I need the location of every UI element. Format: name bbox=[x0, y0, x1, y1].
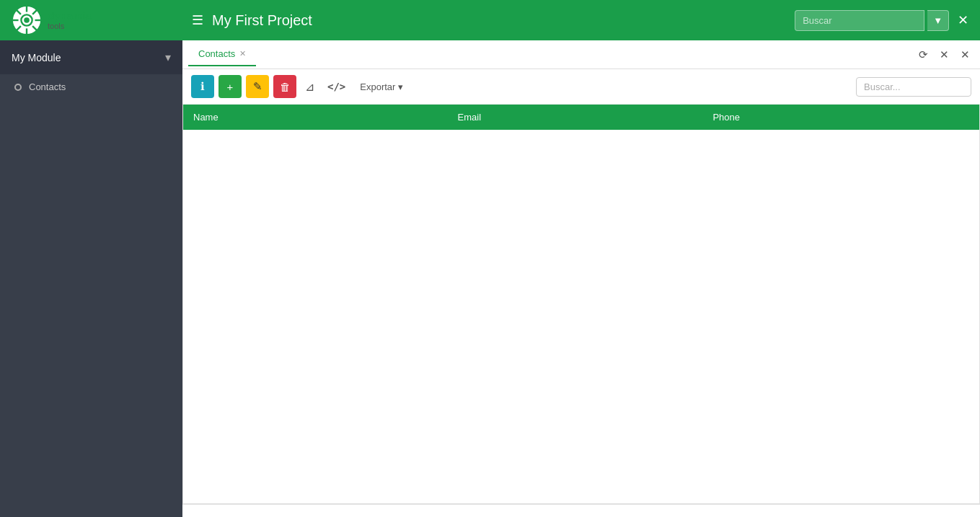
filter-button[interactable]: ⊿ bbox=[301, 77, 319, 97]
col-name: Name bbox=[183, 105, 448, 130]
bottom-bar bbox=[182, 504, 980, 517]
sidebar-module[interactable]: My Module ▾ bbox=[0, 40, 182, 74]
logo-icon bbox=[12, 5, 42, 35]
sidebar-item-contacts-label: Contacts bbox=[29, 81, 66, 92]
edit-button[interactable]: ✎ bbox=[246, 75, 269, 98]
export-arrow-icon: ▾ bbox=[398, 81, 403, 92]
svg-point-10 bbox=[24, 17, 30, 23]
tab-clear-button[interactable]: ✕ bbox=[935, 45, 953, 64]
info-button[interactable]: ℹ bbox=[191, 75, 214, 98]
project-title: My First Project bbox=[212, 12, 312, 29]
logo-text-dynamia: dynamia bbox=[48, 10, 92, 22]
tab-contacts-label: Contacts bbox=[198, 48, 235, 59]
sidebar: My Module ▾ Contacts bbox=[0, 40, 182, 517]
tabs-list: Contacts ✕ bbox=[188, 43, 256, 66]
toolbar: ℹ + ✎ 🗑 ⊿ </> Exportar ▾ bbox=[182, 69, 980, 105]
table-header-row: Name Email Phone bbox=[183, 105, 979, 130]
add-button[interactable]: + bbox=[218, 75, 242, 98]
tabs-actions: ⟳ ✕ ✕ bbox=[914, 45, 974, 64]
tab-refresh-button[interactable]: ⟳ bbox=[914, 45, 932, 64]
top-search-input[interactable] bbox=[795, 10, 924, 31]
tab-close-button[interactable]: ✕ bbox=[956, 45, 974, 64]
tabs-bar: Contacts ✕ ⟳ ✕ ✕ bbox=[182, 40, 980, 69]
nav-title-area: ☰ My First Project bbox=[192, 12, 795, 29]
top-navbar: dynamia tools ☰ My First Project ▼ ✕ bbox=[0, 0, 980, 40]
sidebar-item-contacts[interactable]: Contacts bbox=[0, 74, 182, 100]
export-label: Exportar bbox=[360, 81, 395, 92]
sidebar-module-arrow-icon: ▾ bbox=[165, 50, 171, 64]
table-header: Name Email Phone bbox=[183, 105, 979, 130]
col-email: Email bbox=[448, 105, 703, 130]
toolbar-search-wrap bbox=[856, 77, 971, 97]
toolbar-search-input[interactable] bbox=[856, 77, 971, 97]
hamburger-icon[interactable]: ☰ bbox=[192, 12, 203, 28]
contacts-table: Name Email Phone bbox=[183, 105, 979, 130]
top-search-close-icon[interactable]: ✕ bbox=[958, 12, 968, 28]
sidebar-module-label: My Module bbox=[12, 52, 61, 63]
tab-contacts[interactable]: Contacts ✕ bbox=[188, 43, 256, 66]
contacts-table-wrap: Name Email Phone bbox=[182, 105, 980, 504]
delete-button[interactable]: 🗑 bbox=[273, 75, 296, 98]
top-search-dropdown[interactable]: ▼ bbox=[927, 10, 949, 31]
export-button[interactable]: Exportar ▾ bbox=[354, 79, 409, 95]
logo-text-tools: tools bbox=[48, 22, 92, 30]
sidebar-item-dot-icon bbox=[14, 84, 22, 91]
top-search-area: ▼ ✕ bbox=[795, 10, 968, 31]
col-phone: Phone bbox=[702, 105, 979, 130]
code-button[interactable]: </> bbox=[323, 78, 350, 95]
main-content: Contacts ✕ ⟳ ✕ ✕ ℹ + ✎ 🗑 ⊿ </> Exportar … bbox=[182, 40, 980, 517]
tab-contacts-close-icon[interactable]: ✕ bbox=[239, 49, 246, 58]
main-layout: My Module ▾ Contacts Contacts ✕ ⟳ ✕ ✕ bbox=[0, 40, 980, 517]
logo-area: dynamia tools bbox=[12, 5, 192, 35]
